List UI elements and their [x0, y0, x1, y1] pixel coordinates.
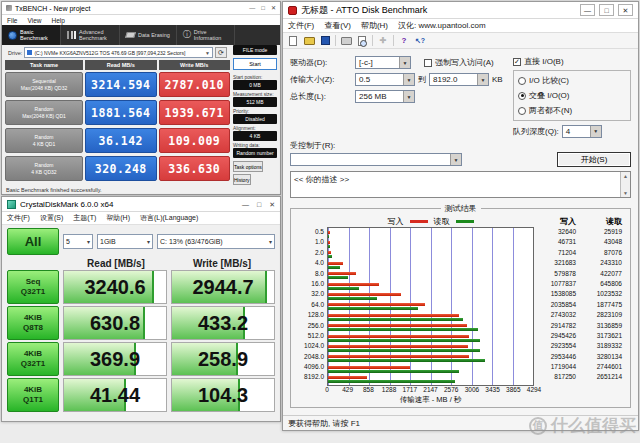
drive-label: Drive:: [8, 50, 22, 56]
menu-item[interactable]: 设置(S): [35, 213, 68, 223]
tab-info-benchmark[interactable]: Drive Information: [177, 25, 235, 45]
test-label-button[interactable]: 4KiBQ32T1: [7, 342, 59, 376]
scroll-up-icon[interactable]: ▲: [623, 173, 628, 179]
cdm-write-cell: 2944.7: [171, 270, 275, 304]
menu-item[interactable]: 文件(F): [283, 20, 319, 31]
chart-row: [328, 271, 533, 281]
read-value: 630.8: [64, 307, 166, 339]
chevron-down-icon: ▾: [269, 238, 272, 245]
write-bar: [328, 324, 467, 327]
txbench-window: TxBENCH - New project — □ ✕ FileViewHelp…: [1, 1, 281, 195]
menu-item[interactable]: 语言(L)(Language): [135, 213, 203, 223]
x-tick-label: 3006: [465, 386, 479, 393]
chevron-down-icon: ▾: [147, 238, 150, 245]
minimize-button[interactable]: —: [580, 4, 595, 16]
description-box[interactable]: << 你的描述 >> ▲▼: [290, 171, 631, 198]
menu-item[interactable]: 主题(T): [68, 213, 101, 223]
test-count-select[interactable]: 5▾: [63, 234, 93, 249]
scrollbar[interactable]: ▲▼: [620, 172, 630, 197]
force-write-checkbox[interactable]: 强制写入访问(A): [424, 55, 494, 70]
read-bar: [328, 339, 480, 342]
label-line2: Q32T1: [21, 359, 45, 369]
y-tick-label: 16.0: [295, 279, 327, 289]
site-watermark: 值 什么值得买: [529, 414, 636, 437]
read-value: 3240.6: [64, 271, 166, 303]
transfer-from-select[interactable]: 0.5▼: [355, 73, 415, 86]
task-name-cell: RandomMax(2048 KB) QD1: [5, 100, 83, 125]
test-size-select[interactable]: 1GiB▾: [97, 234, 153, 249]
tab-advanced-benchmark[interactable]: Advanced Benchmark: [61, 25, 120, 45]
close-button[interactable]: ✕: [269, 201, 275, 208]
neither-radio[interactable]: 两者都不(N): [518, 103, 626, 118]
tab-basic-benchmark[interactable]: Basic Benchmark: [2, 25, 61, 45]
transfer-to-select[interactable]: 8192.0▼: [429, 73, 489, 86]
direct-io-checkbox[interactable]: ✓ 直接 I/O(B): [513, 54, 631, 69]
minimize-button[interactable]: —: [242, 201, 249, 208]
read-header: Read [MB/s]: [63, 258, 169, 269]
atto-app-icon: [288, 6, 297, 15]
write-value: 1719044: [534, 362, 580, 372]
drive-select[interactable]: [-c-]▼: [355, 56, 411, 69]
side-field-label: Measurement size:: [233, 92, 277, 97]
x-tick-label: 2147: [423, 386, 437, 393]
test-label-button[interactable]: 4KiBQ1T1: [7, 378, 59, 412]
cdm-selects: 5▾1GiB▾C: 13% (63/476GiB)▾: [63, 234, 275, 249]
menu-item[interactable]: 文件(F): [2, 213, 35, 223]
menu-item[interactable]: 帮助(H): [356, 20, 393, 31]
history-button[interactable]: History: [233, 174, 251, 185]
read-value: 3280134: [580, 352, 626, 362]
y-tick-label: 8.0: [295, 269, 327, 279]
window-title: TxBENCH - New project: [15, 5, 90, 12]
menu-item[interactable]: View: [22, 17, 46, 24]
close-button[interactable]: ✕: [618, 4, 633, 16]
queue-depth-select[interactable]: 4▼: [562, 125, 602, 138]
chart-row: [328, 260, 533, 270]
value-row: 17190442744601: [534, 362, 626, 372]
run-all-button[interactable]: All: [7, 228, 59, 255]
value-row: 27430322823109: [534, 310, 626, 320]
maximize-button[interactable]: □: [261, 5, 265, 11]
checkbox-icon: [424, 59, 432, 67]
menu-item[interactable]: 查看(V): [319, 20, 356, 31]
read-value: 2651214: [580, 372, 626, 382]
controlled-by-select[interactable]: ▼: [290, 153, 462, 166]
task-options-button[interactable]: Task options: [233, 161, 263, 172]
menu-item[interactable]: File: [2, 17, 22, 24]
io-compare-radio[interactable]: I/O 比较(C): [518, 73, 626, 88]
menu-item[interactable]: 汉化: www.upantool.com: [393, 20, 491, 31]
test-label-button[interactable]: 4KiBQ8T8: [7, 306, 59, 340]
file-mode-button[interactable]: FILE mode: [233, 45, 277, 55]
test-label-button[interactable]: SeqQ32T1: [7, 270, 59, 304]
open-file-icon[interactable]: [304, 37, 315, 45]
refresh-drive-button[interactable]: ⟳: [215, 47, 227, 58]
scroll-down-icon[interactable]: ▼: [623, 190, 628, 196]
drive-select[interactable]: (C:) NVMe KXG6AZNV512G TOS 476.69 GB [99…: [24, 47, 213, 58]
results-table: SequentialMax(2048 KB) QD323214.5942787.…: [5, 72, 230, 181]
help-icon[interactable]: ?: [398, 35, 410, 47]
maximize-button[interactable]: □: [599, 4, 614, 16]
window-title: CrystalDiskMark 6.0.0 x64: [20, 200, 113, 209]
close-button[interactable]: ✕: [271, 5, 276, 11]
cdm-test-row: 4KiBQ1T141.44104.3: [7, 378, 275, 412]
radio-icon: [518, 77, 526, 85]
new-file-icon[interactable]: [289, 36, 297, 46]
total-length-select[interactable]: 256 MB▼: [355, 90, 415, 103]
print-icon[interactable]: [341, 37, 352, 45]
target-drive-select[interactable]: C: 13% (63/476GiB)▾: [157, 234, 275, 249]
context-help-icon[interactable]: ↖?: [414, 35, 426, 47]
maximize-button[interactable]: □: [257, 201, 261, 208]
start-button[interactable]: 开始(S): [557, 152, 631, 167]
overlapped-io-radio[interactable]: 交叠 I/O(O): [518, 88, 626, 103]
value-row: 20358541877475: [534, 300, 626, 310]
menu-item[interactable]: 帮助(H): [101, 213, 135, 223]
menu-item[interactable]: Help: [46, 17, 69, 24]
desktop: TxBENCH - New project — □ ✕ FileViewHelp…: [0, 0, 640, 443]
description-text[interactable]: << 你的描述 >>: [291, 172, 620, 197]
value-row: 29534463280134: [534, 352, 626, 362]
tab-erase-benchmark[interactable]: Data Erasing: [120, 25, 177, 45]
save-file-icon[interactable]: [321, 36, 330, 45]
print-preview-icon[interactable]: [358, 36, 366, 46]
start-button[interactable]: Start: [233, 58, 277, 70]
read-value: 2823109: [580, 310, 626, 320]
minimize-button[interactable]: —: [249, 5, 255, 11]
